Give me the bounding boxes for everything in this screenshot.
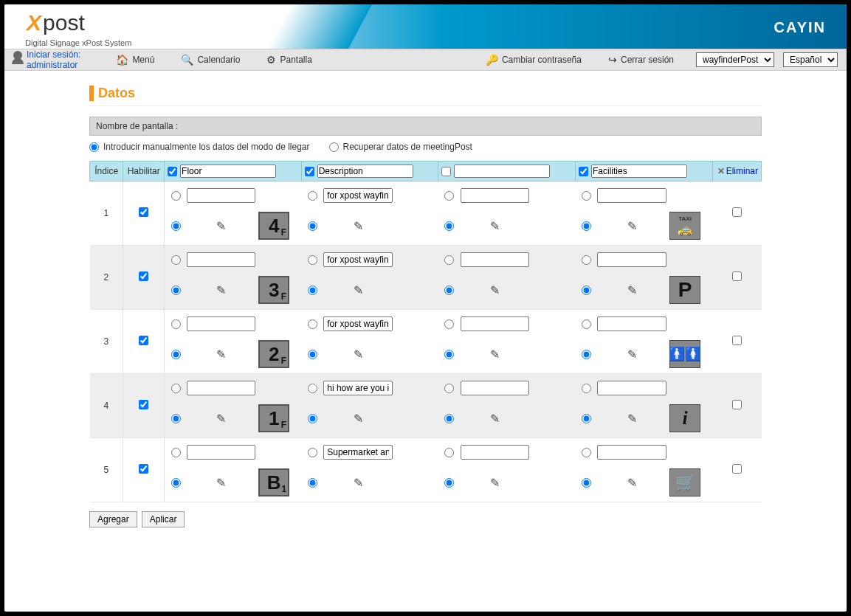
pencil-icon[interactable]: ✎ — [354, 412, 363, 426]
pencil-icon[interactable]: ✎ — [627, 412, 637, 426]
cell-radio-text[interactable] — [308, 191, 317, 201]
row-delete-check[interactable] — [732, 464, 742, 474]
pencil-icon[interactable]: ✎ — [627, 283, 637, 297]
cell-radio-text[interactable] — [171, 319, 181, 329]
col-3-check[interactable] — [441, 167, 451, 176]
row-enable-check[interactable] — [139, 336, 148, 345]
pencil-icon[interactable]: ✎ — [216, 219, 226, 233]
col-desc-check[interactable] — [305, 167, 314, 176]
cell-radio-text[interactable] — [444, 384, 454, 393]
pencil-icon[interactable]: ✎ — [490, 347, 500, 361]
cell-text-input[interactable] — [323, 445, 393, 460]
cell-text-input[interactable] — [461, 188, 530, 203]
cell-text-input[interactable] — [597, 381, 666, 395]
radio-recover[interactable]: Recuperar datos de meetingPost — [329, 142, 472, 152]
cell-text-input[interactable] — [461, 445, 530, 460]
col-delete[interactable]: ✕Eliminar — [712, 162, 761, 181]
cell-text-input[interactable] — [187, 381, 255, 395]
cell-text-input[interactable] — [461, 252, 530, 267]
menu-home[interactable]: 🏠Menú — [116, 54, 154, 66]
pencil-icon[interactable]: ✎ — [490, 412, 500, 426]
cell-text-input[interactable] — [597, 252, 666, 267]
row-delete-check[interactable] — [732, 271, 742, 281]
cell-radio-text[interactable] — [308, 319, 317, 329]
cell-radio-text[interactable] — [308, 384, 317, 393]
cell-radio-image[interactable] — [171, 414, 181, 423]
pencil-icon[interactable]: ✎ — [490, 219, 500, 233]
cell-radio-image[interactable] — [308, 350, 317, 359]
apply-button[interactable]: Aplicar — [142, 511, 185, 527]
cell-radio-image[interactable] — [444, 221, 454, 231]
cell-radio-text[interactable] — [582, 384, 591, 393]
pencil-icon[interactable]: ✎ — [354, 219, 363, 233]
cell-text-input[interactable] — [597, 445, 666, 460]
cell-radio-text[interactable] — [171, 384, 181, 393]
col-floor-input[interactable] — [180, 165, 276, 178]
cell-radio-image[interactable] — [308, 221, 317, 231]
login-link[interactable]: Iniciar sesión: — [27, 49, 80, 60]
cell-radio-text[interactable] — [444, 448, 454, 457]
pencil-icon[interactable]: ✎ — [354, 283, 363, 297]
cell-text-input[interactable] — [461, 381, 530, 395]
cell-radio-image[interactable] — [582, 414, 591, 423]
cell-radio-image[interactable] — [308, 285, 317, 295]
row-enable-check[interactable] — [139, 271, 148, 281]
pencil-icon[interactable]: ✎ — [627, 347, 637, 361]
cell-text-input[interactable] — [187, 252, 255, 267]
row-enable-check[interactable] — [139, 207, 148, 217]
col-fac-input[interactable] — [591, 165, 687, 178]
cell-radio-image[interactable] — [171, 221, 181, 231]
cell-radio-image[interactable] — [582, 478, 591, 488]
cell-radio-image[interactable] — [444, 478, 454, 488]
cell-text-input[interactable] — [323, 381, 393, 395]
pencil-icon[interactable]: ✎ — [627, 219, 637, 233]
col-floor-check[interactable] — [168, 167, 177, 176]
cell-text-input[interactable] — [461, 316, 530, 331]
menu-password[interactable]: 🔑Cambiar contraseña — [486, 54, 582, 66]
pencil-icon[interactable]: ✎ — [490, 283, 500, 297]
radio-manual-input[interactable] — [89, 142, 99, 152]
cell-radio-image[interactable] — [582, 221, 591, 231]
pencil-icon[interactable]: ✎ — [490, 476, 500, 490]
cell-radio-image[interactable] — [582, 285, 591, 295]
row-enable-check[interactable] — [139, 400, 148, 409]
cell-radio-text[interactable] — [171, 191, 181, 201]
cell-text-input[interactable] — [597, 316, 666, 331]
cell-radio-image[interactable] — [444, 285, 454, 295]
menu-screen[interactable]: ⚙Pantalla — [266, 54, 311, 66]
cell-radio-image[interactable] — [171, 478, 181, 488]
cell-radio-text[interactable] — [444, 191, 454, 201]
cell-text-input[interactable] — [187, 445, 255, 460]
pencil-icon[interactable]: ✎ — [627, 476, 637, 490]
cell-text-input[interactable] — [187, 188, 255, 203]
cell-text-input[interactable] — [187, 316, 255, 331]
cell-radio-image[interactable] — [171, 350, 181, 359]
cell-radio-image[interactable] — [308, 478, 317, 488]
cell-text-input[interactable] — [323, 188, 393, 203]
row-delete-check[interactable] — [732, 336, 742, 345]
module-select[interactable]: wayfinderPost — [696, 52, 774, 67]
cell-radio-text[interactable] — [171, 448, 181, 457]
cell-text-input[interactable] — [597, 188, 666, 203]
pencil-icon[interactable]: ✎ — [216, 412, 226, 426]
cell-radio-text[interactable] — [444, 319, 454, 329]
cell-radio-image[interactable] — [582, 350, 591, 359]
cell-radio-image[interactable] — [444, 414, 454, 423]
cell-radio-text[interactable] — [582, 319, 591, 329]
col-fac-check[interactable] — [579, 167, 588, 176]
menu-logout[interactable]: ↪Cerrar sesión — [608, 54, 674, 66]
pencil-icon[interactable]: ✎ — [216, 283, 226, 297]
pencil-icon[interactable]: ✎ — [354, 347, 363, 361]
cell-radio-text[interactable] — [308, 255, 317, 265]
language-select[interactable]: Español — [783, 52, 838, 67]
col-3-input[interactable] — [454, 165, 550, 178]
cell-radio-image[interactable] — [308, 414, 317, 423]
cell-text-input[interactable] — [323, 316, 393, 331]
add-button[interactable]: Agregar — [89, 511, 137, 527]
col-desc-input[interactable] — [317, 165, 413, 178]
radio-recover-input[interactable] — [329, 142, 339, 152]
radio-manual[interactable]: Introducir manualmente los datos del mod… — [89, 142, 310, 152]
row-enable-check[interactable] — [139, 464, 148, 474]
pencil-icon[interactable]: ✎ — [216, 476, 226, 490]
pencil-icon[interactable]: ✎ — [216, 347, 226, 361]
